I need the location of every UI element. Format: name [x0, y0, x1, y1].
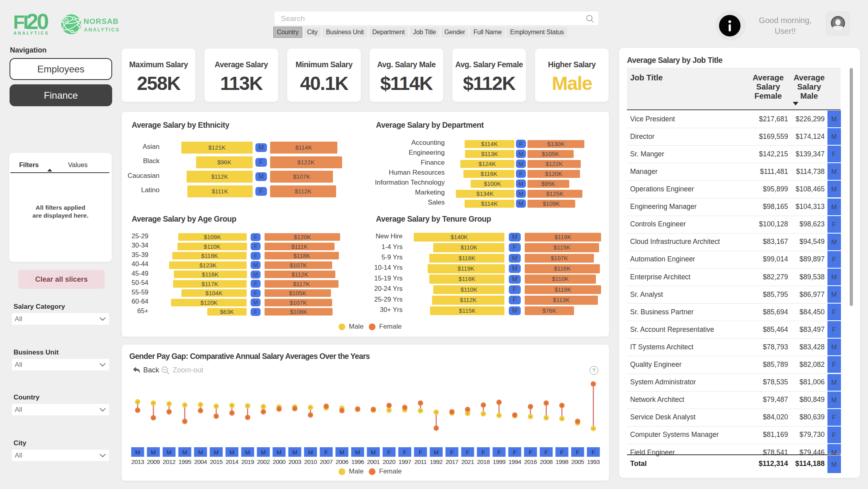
- svg-text:1995: 1995: [178, 458, 191, 465]
- svg-text:2000: 2000: [272, 458, 286, 465]
- svg-text:1994: 1994: [508, 458, 522, 465]
- svg-text:2020: 2020: [383, 458, 396, 465]
- svg-text:1998: 1998: [555, 458, 568, 465]
- svg-text:ANALYTICS: ANALYTICS: [84, 27, 120, 33]
- svg-text:1996: 1996: [351, 458, 364, 465]
- svg-text:M: M: [151, 449, 156, 456]
- svg-text:M: M: [214, 449, 219, 456]
- svg-text:2009: 2009: [147, 458, 160, 465]
- svg-text:M: M: [198, 449, 203, 456]
- svg-text:F: F: [576, 449, 579, 456]
- svg-text:2003: 2003: [288, 458, 301, 465]
- svg-text:F: F: [403, 449, 407, 456]
- svg-text:M: M: [276, 449, 282, 456]
- svg-text:M: M: [339, 449, 344, 456]
- svg-text:2018: 2018: [477, 458, 490, 465]
- svg-text:2012: 2012: [163, 458, 175, 465]
- svg-text:2006: 2006: [335, 458, 348, 465]
- svg-text:2015: 2015: [210, 458, 222, 465]
- svg-text:M: M: [167, 449, 172, 456]
- svg-text:2010: 2010: [304, 458, 317, 465]
- svg-text:M: M: [230, 449, 235, 456]
- svg-text:1997: 1997: [398, 458, 411, 465]
- svg-text:2014: 2014: [226, 458, 239, 465]
- svg-text:2001: 2001: [367, 458, 380, 465]
- svg-text:1992: 1992: [430, 458, 442, 465]
- svg-text:F: F: [592, 449, 595, 456]
- svg-text:2019: 2019: [241, 458, 254, 465]
- svg-text:F: F: [387, 449, 391, 456]
- svg-text:NORSAB: NORSAB: [84, 17, 119, 25]
- svg-text:M: M: [434, 449, 439, 456]
- svg-text:1999: 1999: [492, 458, 505, 465]
- svg-text:2021: 2021: [461, 458, 474, 465]
- svg-text:2017: 2017: [446, 458, 458, 465]
- svg-text:2004: 2004: [194, 458, 207, 465]
- svg-text:M: M: [245, 449, 250, 456]
- svg-text:M: M: [308, 449, 313, 456]
- svg-text:F: F: [450, 449, 453, 456]
- svg-text:M: M: [371, 449, 376, 456]
- svg-text:2016: 2016: [524, 458, 537, 465]
- svg-text:F: F: [560, 449, 564, 456]
- svg-text:M: M: [292, 449, 298, 456]
- svg-text:ANALYTICS: ANALYTICS: [14, 31, 49, 35]
- svg-text:M: M: [261, 449, 266, 456]
- svg-text:2002: 2002: [257, 458, 270, 465]
- svg-text:2011: 2011: [415, 458, 427, 465]
- svg-text:F: F: [418, 449, 422, 456]
- svg-text:2008: 2008: [540, 458, 553, 465]
- svg-text:F: F: [529, 449, 532, 456]
- svg-text:M: M: [355, 449, 360, 456]
- svg-text:2013: 2013: [131, 458, 144, 465]
- svg-text:FI: FI: [13, 12, 27, 33]
- svg-text:1993: 1993: [587, 458, 599, 465]
- svg-text:F: F: [324, 449, 328, 456]
- svg-text:F: F: [513, 449, 516, 456]
- svg-text:F: F: [544, 449, 548, 456]
- svg-text:F: F: [481, 449, 485, 456]
- svg-text:M: M: [135, 449, 140, 456]
- svg-text:2007: 2007: [320, 458, 333, 465]
- svg-text:F: F: [466, 449, 469, 456]
- svg-text:2005: 2005: [571, 458, 584, 465]
- svg-text:M: M: [182, 449, 187, 456]
- svg-text:F: F: [497, 449, 501, 456]
